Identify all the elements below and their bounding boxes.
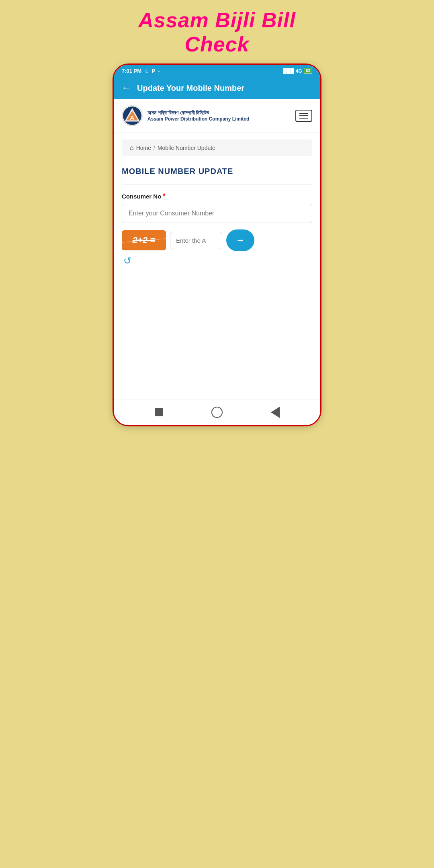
- hamburger-line-3: [299, 118, 308, 119]
- form-section: MOBILE NUMBER UPDATE Consumer No * 2+2 =: [114, 163, 320, 278]
- dots-icon: ··: [158, 68, 160, 74]
- home-icon: ⌂: [130, 144, 134, 151]
- breadcrumb-home-label[interactable]: Home: [136, 145, 151, 151]
- bottom-nav: [114, 399, 320, 425]
- captcha-image: 2+2 =: [122, 230, 166, 250]
- refresh-icon[interactable]: ↺: [123, 255, 131, 266]
- parking-icon: P: [151, 68, 155, 74]
- arrow-icon: →: [236, 235, 245, 246]
- circle-nav-button[interactable]: [211, 406, 223, 419]
- status-bar: 7:01 PM ☺ P ·· ▉▉▉ 4G 63: [114, 65, 320, 77]
- status-time: 7:01 PM: [122, 68, 141, 74]
- triangle-icon: [271, 407, 280, 418]
- company-name: অসম শক্তি বিতৰণ কোম্পানী লিমিটেড Assam P…: [147, 110, 249, 122]
- svg-text:A: A: [130, 114, 134, 121]
- required-star: *: [163, 192, 165, 200]
- hamburger-line-1: [299, 113, 308, 114]
- nav-title: Update Your Mobile Number: [137, 84, 244, 93]
- form-title: MOBILE NUMBER UPDATE: [122, 167, 312, 176]
- company-left: A অসম শক্তি বিতৰণ কোম্পানী লিমিটেড Assam…: [122, 105, 249, 126]
- circle-icon: [211, 407, 223, 418]
- company-header: A অসম শক্তি বিতৰণ কোম্পানী লিমিটেড Assam…: [114, 99, 320, 133]
- hamburger-menu[interactable]: [295, 110, 312, 122]
- nav-bar: ← Update Your Mobile Number: [114, 77, 320, 99]
- captcha-row: 2+2 = →: [122, 229, 312, 251]
- battery-icon: 63: [304, 68, 312, 74]
- submit-button[interactable]: →: [226, 229, 254, 251]
- consumer-no-text: Consumer No: [122, 193, 161, 200]
- hamburger-line-2: [299, 115, 308, 116]
- status-right: ▉▉▉ 4G 63: [283, 68, 312, 74]
- company-name-english: Assam Power Distribution Company Limited: [147, 116, 249, 122]
- content-area: A অসম শক্তি বিতৰণ কোম্পানী লিমিটেড Assam…: [114, 99, 320, 399]
- consumer-no-label: Consumer No *: [122, 192, 312, 200]
- back-nav-button[interactable]: [269, 406, 282, 419]
- refresh-row: ↺: [122, 255, 312, 266]
- phone-frame: 7:01 PM ☺ P ·· ▉▉▉ 4G 63 ← Update Your M…: [113, 63, 321, 426]
- back-arrow[interactable]: ←: [122, 83, 131, 93]
- status-left: 7:01 PM ☺ P ··: [122, 68, 160, 74]
- form-divider: [122, 184, 312, 184]
- square-icon: [155, 408, 163, 416]
- square-nav-button[interactable]: [152, 406, 165, 419]
- signal-icon: ▉▉▉: [283, 68, 294, 74]
- empty-space: [114, 278, 320, 399]
- breadcrumb-current: Mobile Number Update: [158, 145, 215, 151]
- breadcrumb-separator: /: [154, 145, 155, 151]
- captcha-text: 2+2 =: [133, 235, 155, 245]
- captcha-input[interactable]: [170, 232, 222, 249]
- breadcrumb: ⌂ Home / Mobile Number Update: [122, 139, 312, 156]
- whatsapp-icon: ☺: [144, 68, 149, 74]
- page-wrapper: Assam Bijli Bill Check 7:01 PM ☺ P ·· ▉▉…: [108, 8, 326, 426]
- page-title: Assam Bijli Bill Check: [108, 8, 326, 56]
- company-logo: A: [122, 105, 143, 126]
- consumer-number-input[interactable]: [122, 204, 312, 223]
- company-name-assamese: অসম শক্তি বিতৰণ কোম্পানী লিমিটেড: [147, 110, 249, 116]
- logo-svg: A: [123, 106, 142, 125]
- network-type: 4G: [296, 68, 302, 74]
